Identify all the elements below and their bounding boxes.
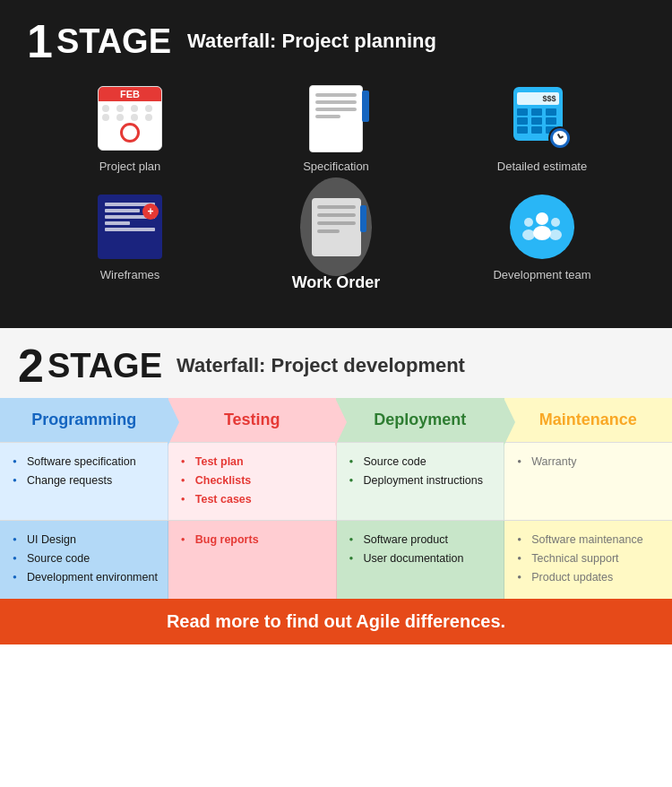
detailed-estimate-item: $$$ Detailed estim xyxy=(439,74,645,182)
svg-point-5 xyxy=(549,229,562,240)
testing-row1-list: Test plan Checklists Test cases xyxy=(181,454,327,507)
testing-row2-list: Bug reports xyxy=(181,532,327,549)
programming-row2: UI Design Source code Development enviro… xyxy=(0,521,168,598)
work-order-label: Work Order xyxy=(292,273,381,292)
programming-header-label: Programming xyxy=(31,411,136,428)
project-plan-item: FEB Project plan xyxy=(27,74,233,182)
programming-row1: Software specification Change requests xyxy=(0,443,168,520)
detailed-estimate-icon: $$$ xyxy=(506,82,578,154)
stage1-icons-grid: FEB Project plan xyxy=(27,74,645,301)
deploy2-item-1: Software product xyxy=(349,532,495,549)
stage2-subtitle: Waterfall: Project development xyxy=(177,354,465,377)
row-bottom: UI Design Source code Development enviro… xyxy=(0,520,672,598)
deployment-row2: Software product User documentation xyxy=(337,521,505,598)
col-header-testing: Testing xyxy=(168,398,337,442)
project-plan-label: Project plan xyxy=(99,160,161,173)
testing-header-label: Testing xyxy=(224,411,280,428)
col-header-programming: Programming xyxy=(0,398,168,442)
prog-item-1: Software specification xyxy=(13,454,159,471)
programming-row2-list: UI Design Source code Development enviro… xyxy=(13,532,159,585)
prog2-item-3: Development environment xyxy=(13,569,159,586)
test-item-1: Test plan xyxy=(181,454,327,471)
prog2-item-1: UI Design xyxy=(13,532,159,549)
maintenance-row1: Warranty xyxy=(504,443,672,520)
svg-point-1 xyxy=(533,226,551,240)
maintenance-row1-list: Warranty xyxy=(517,454,663,471)
stage2-section: 2 STAGE Waterfall: Project development P… xyxy=(0,328,672,599)
svg-point-4 xyxy=(551,218,560,227)
stage2-label: STAGE xyxy=(47,347,162,385)
deploy-item-2: Deployment instructions xyxy=(349,472,495,489)
cta-footer[interactable]: Read more to find out Agile differences. xyxy=(0,599,672,644)
detailed-estimate-label: Detailed estimate xyxy=(497,160,587,173)
testing-row1: Test plan Checklists Test cases xyxy=(168,443,337,520)
maint2-item-3: Product updates xyxy=(517,569,663,586)
stage1-subtitle: Waterfall: Project planning xyxy=(187,30,436,52)
test2-item-1: Bug reports xyxy=(181,532,327,549)
test-item-3: Test cases xyxy=(181,491,327,508)
stage2-header: 2 STAGE Waterfall: Project development xyxy=(0,328,672,398)
col-header-deployment: Deployment xyxy=(336,398,504,442)
devteam-icon xyxy=(506,191,578,263)
svg-point-0 xyxy=(536,212,548,225)
deployment-row1: Source code Deployment instructions xyxy=(337,443,505,520)
work-order-item: Work Order xyxy=(233,182,439,301)
stage1-section: 1 STAGE Waterfall: Project planning FEB … xyxy=(0,0,672,328)
specification-icon xyxy=(300,82,372,154)
project-plan-icon: FEB xyxy=(94,82,166,154)
devteam-item: Development team xyxy=(439,182,645,301)
dev-table: Programming Testing Deployment Maintenan… xyxy=(0,398,672,599)
wireframes-icon: + xyxy=(94,191,166,263)
prog-item-2: Change requests xyxy=(13,472,159,489)
row-top: Software specification Change requests T… xyxy=(0,442,672,520)
stage1-header: 1 STAGE Waterfall: Project planning xyxy=(27,18,645,65)
testing-row2: Bug reports xyxy=(168,521,337,598)
people-svg xyxy=(520,204,564,249)
stage2-number: 2 xyxy=(18,342,44,389)
programming-row1-list: Software specification Change requests xyxy=(13,454,159,489)
maintenance-row2-list: Software maintenance Technical support P… xyxy=(517,532,663,585)
cta-text: Read more to find out Agile differences. xyxy=(167,611,505,631)
wireframes-item: + Wireframes xyxy=(27,182,233,301)
estimate-amount: $$$ xyxy=(517,92,559,105)
deploy-item-1: Source code xyxy=(349,454,495,471)
deployment-header-label: Deployment xyxy=(374,411,466,428)
devteam-label: Development team xyxy=(493,268,590,281)
svg-point-3 xyxy=(522,229,535,240)
col-headers: Programming Testing Deployment Maintenan… xyxy=(0,398,672,442)
maint-item-1: Warranty xyxy=(517,454,663,471)
prog2-item-2: Source code xyxy=(13,550,159,567)
maintenance-header-label: Maintenance xyxy=(539,411,637,428)
col-header-maintenance: Maintenance xyxy=(504,398,673,442)
wireframes-label: Wireframes xyxy=(100,268,159,281)
test-item-2: Checklists xyxy=(181,472,327,489)
maintenance-row2: Software maintenance Technical support P… xyxy=(504,521,672,598)
work-order-icon xyxy=(300,191,372,263)
stage1-number: 1 xyxy=(27,18,53,65)
deployment-row1-list: Source code Deployment instructions xyxy=(349,454,495,489)
maint2-item-2: Technical support xyxy=(517,550,663,567)
stage1-label: STAGE xyxy=(56,24,171,58)
maint2-item-1: Software maintenance xyxy=(517,532,663,549)
specification-item: Specification xyxy=(233,74,439,182)
svg-point-2 xyxy=(524,218,533,227)
calendar-month: FEB xyxy=(99,87,161,101)
deploy2-item-2: User documentation xyxy=(349,550,495,567)
specification-label: Specification xyxy=(303,160,369,173)
deployment-row2-list: Software product User documentation xyxy=(349,532,495,567)
